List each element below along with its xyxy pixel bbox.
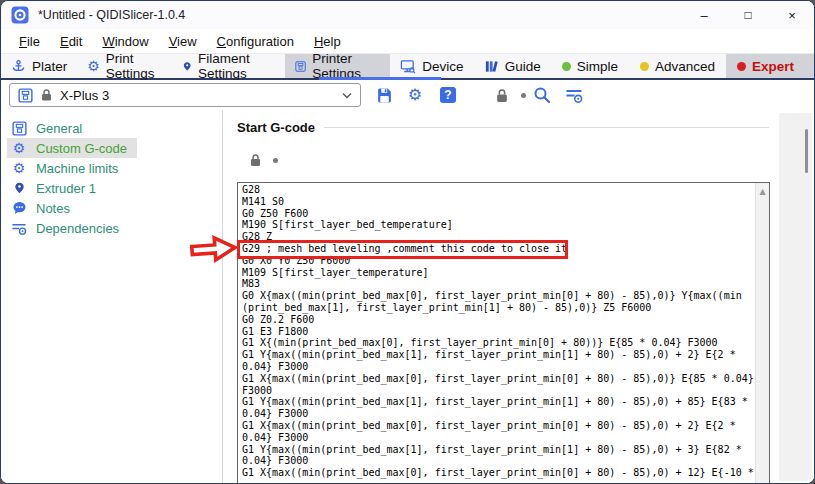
sidebar-item-extruder-1[interactable]: Extruder 1 bbox=[7, 178, 106, 198]
close-button[interactable]: × bbox=[770, 1, 814, 29]
gear-icon: ⚙ bbox=[11, 141, 27, 155]
filament-pin-icon bbox=[11, 181, 27, 195]
tab-label: Print Settings bbox=[106, 51, 162, 81]
plater-icon bbox=[11, 59, 26, 74]
tab-guide[interactable]: Guide bbox=[474, 54, 551, 78]
titlebar: *Untitled - QIDISlicer-1.0.4 – □ × bbox=[1, 1, 814, 29]
dot-icon[interactable] bbox=[273, 158, 278, 163]
guide-books-icon bbox=[484, 59, 499, 74]
save-icon bbox=[376, 87, 393, 104]
device-monitor-icon bbox=[400, 59, 416, 74]
printer-icon bbox=[18, 88, 33, 103]
lock-all-button[interactable] bbox=[492, 85, 512, 105]
gear-icon: ⚙ bbox=[87, 59, 100, 73]
custom-gcode-page: Start G-code G28 M141 S0 G0 Z50 F600 M19… bbox=[223, 110, 814, 484]
mode-label: Advanced bbox=[655, 59, 715, 74]
tab-plater[interactable]: Plater bbox=[1, 54, 77, 78]
printer-icon bbox=[11, 121, 27, 136]
help-icon: ? bbox=[440, 87, 456, 103]
mode-label: Simple bbox=[577, 59, 618, 74]
lock-icon bbox=[40, 88, 53, 102]
menu-configuration[interactable]: Configuration bbox=[207, 32, 304, 51]
sidebar-item-label: Dependencies bbox=[36, 221, 119, 236]
preset-toolbar: X-Plus 3 ⚙ ? bbox=[1, 80, 814, 110]
search-button[interactable] bbox=[532, 85, 552, 105]
menu-file[interactable]: File bbox=[9, 32, 50, 51]
sidebar-item-machine-limits[interactable]: ⚙ Machine limits bbox=[7, 158, 128, 178]
sidebar-item-label: General bbox=[36, 121, 82, 136]
app-logo-icon bbox=[11, 6, 29, 24]
compare-settings-icon bbox=[565, 87, 583, 104]
page-scrollbar-thumb[interactable] bbox=[805, 129, 808, 173]
menu-view[interactable]: View bbox=[159, 32, 207, 51]
mode-expert[interactable]: Expert bbox=[726, 54, 814, 78]
expert-dot-icon bbox=[737, 62, 746, 71]
section-divider bbox=[324, 127, 769, 128]
menu-window[interactable]: Window bbox=[92, 32, 158, 51]
section-title: Start G-code bbox=[237, 120, 315, 135]
mode-simple[interactable]: Simple bbox=[551, 54, 629, 78]
tab-filament-settings[interactable]: Filament Settings bbox=[172, 54, 286, 78]
sidebar-item-label: Extruder 1 bbox=[36, 181, 96, 196]
dot-icon bbox=[521, 93, 526, 98]
settings-body: General ⚙ Custom G-code ⚙ Machine limits… bbox=[1, 110, 814, 484]
preset-name: X-Plus 3 bbox=[60, 88, 109, 103]
tab-label: Filament Settings bbox=[198, 51, 275, 81]
section-header: Start G-code bbox=[237, 120, 814, 135]
gear-icon: ⚙ bbox=[408, 88, 422, 102]
window-controls: – □ × bbox=[682, 1, 814, 29]
search-icon bbox=[533, 86, 551, 104]
save-preset-button[interactable] bbox=[374, 85, 394, 105]
tab-strip: Plater ⚙ Print Settings Filament Setting… bbox=[1, 54, 814, 80]
tab-label: Guide bbox=[505, 59, 541, 74]
page-scrollbar[interactable] bbox=[779, 113, 812, 481]
menu-edit[interactable]: Edit bbox=[50, 32, 92, 51]
simple-dot-icon bbox=[562, 62, 571, 71]
tab-printer-settings[interactable]: Printer Settings bbox=[285, 54, 390, 78]
sidebar-item-custom-gcode[interactable]: ⚙ Custom G-code bbox=[7, 138, 137, 158]
mode-advanced[interactable]: Advanced bbox=[629, 54, 726, 78]
preset-options-button[interactable]: ⚙ bbox=[405, 85, 425, 105]
printer-icon bbox=[295, 59, 306, 74]
menu-help[interactable]: Help bbox=[304, 32, 351, 51]
sidebar-item-dependencies[interactable]: Dependencies bbox=[7, 218, 129, 238]
app-window: *Untitled - QIDISlicer-1.0.4 – □ × File … bbox=[0, 0, 815, 484]
sidebar-item-label: Machine limits bbox=[36, 161, 118, 176]
notes-bubble-icon bbox=[11, 201, 27, 215]
selected-tab-underline bbox=[319, 77, 441, 80]
tab-print-settings[interactable]: ⚙ Print Settings bbox=[77, 54, 171, 78]
sidebar-item-general[interactable]: General bbox=[7, 118, 92, 138]
gcode-scrollbar[interactable]: ▲ bbox=[755, 183, 769, 484]
annotation-arrow-icon bbox=[188, 232, 240, 265]
lock-icon bbox=[495, 88, 509, 103]
advanced-dot-icon bbox=[640, 62, 649, 71]
tab-label: Plater bbox=[32, 59, 67, 74]
mode-selector: Simple Advanced Expert bbox=[551, 54, 814, 78]
mode-label: Expert bbox=[752, 59, 794, 74]
compare-settings-button[interactable] bbox=[564, 85, 584, 105]
sidebar-item-label: Notes bbox=[36, 201, 70, 216]
chevron-down-icon bbox=[342, 92, 352, 99]
sidebar-item-notes[interactable]: Notes bbox=[7, 198, 80, 218]
tab-device[interactable]: Device bbox=[390, 54, 473, 78]
dependencies-icon bbox=[11, 221, 27, 236]
maximize-button[interactable]: □ bbox=[726, 1, 770, 29]
sidebar-item-label: Custom G-code bbox=[36, 141, 127, 156]
annotation-highlight-rect bbox=[237, 240, 568, 259]
setting-lock-row bbox=[249, 152, 814, 168]
tab-label: Device bbox=[422, 59, 463, 74]
help-button[interactable]: ? bbox=[438, 85, 458, 105]
printer-preset-combo[interactable]: X-Plus 3 bbox=[9, 83, 361, 107]
lock-state-dot bbox=[513, 85, 533, 105]
minimize-button[interactable]: – bbox=[682, 1, 726, 29]
window-title: *Untitled - QIDISlicer-1.0.4 bbox=[38, 8, 185, 22]
settings-sidebar: General ⚙ Custom G-code ⚙ Machine limits… bbox=[1, 110, 223, 484]
gear-icon: ⚙ bbox=[11, 161, 27, 175]
filament-pin-icon bbox=[182, 59, 192, 74]
lock-icon[interactable] bbox=[249, 153, 262, 167]
scroll-up-arrow-icon[interactable]: ▲ bbox=[756, 187, 769, 196]
start-gcode-editor[interactable]: G28 M141 S0 G0 Z50 F600 M190 S[first_lay… bbox=[237, 182, 770, 484]
start-gcode-text[interactable]: G28 M141 S0 G0 Z50 F600 M190 S[first_lay… bbox=[242, 184, 754, 484]
